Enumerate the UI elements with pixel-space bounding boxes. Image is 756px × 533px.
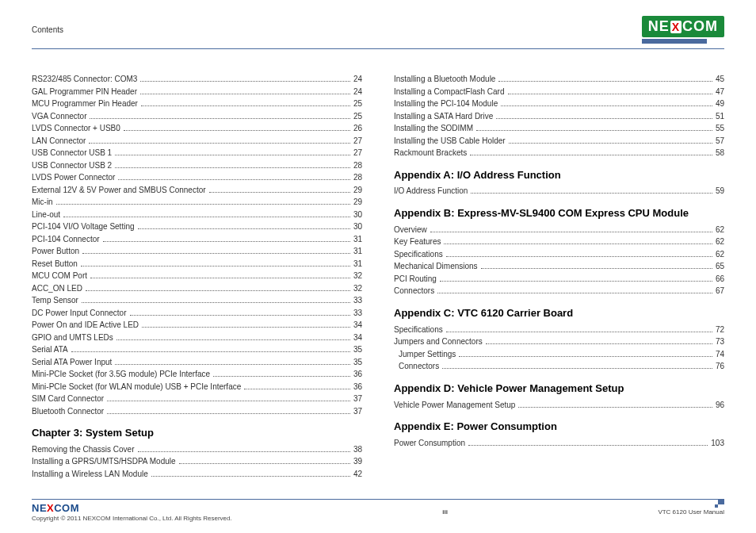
toc-entry: Specifications62 <box>394 248 724 261</box>
toc-entry-page: 28 <box>352 159 362 172</box>
toc-entry: Installing a Wireless LAN Module42 <box>32 468 362 481</box>
toc-entry-title: Installing a GPRS/UMTS/HSDPA Module <box>32 455 178 468</box>
toc-entry-title: Bluetooth Connector <box>32 405 105 418</box>
toc-dots <box>124 125 350 132</box>
toc-entry: Serial ATA Power Input35 <box>32 356 362 369</box>
toc-entry: Mechanical Dimensions65 <box>394 260 724 273</box>
toc-dots <box>86 284 350 291</box>
toc-dots <box>446 325 712 332</box>
toc-entry-title: Installing a Bluetooth Module <box>394 73 497 86</box>
toc-dots <box>130 309 350 316</box>
toc-entry-page: 35 <box>352 343 362 356</box>
toc-dots <box>481 263 712 270</box>
toc-dots <box>486 338 712 345</box>
page-number: iii <box>442 508 448 516</box>
toc-entry: LAN Connector27 <box>32 135 362 148</box>
section-heading: Appendix E: Power Consumption <box>394 420 724 434</box>
toc-entry-page: 29 <box>352 184 362 197</box>
doc-title: VTC 6120 User Manual <box>658 508 724 516</box>
toc-entry-title: Serial ATA Power Input <box>32 356 113 369</box>
toc-entry-title: DC Power Input Connector <box>32 307 128 320</box>
toc-entry-page: 58 <box>714 147 724 159</box>
toc-entry: Installing the USB Cable Holder57 <box>394 135 724 148</box>
toc-entry-title: Reset Button <box>32 258 79 270</box>
toc-entry: Rackmount Brackets58 <box>394 147 724 159</box>
toc-dots <box>471 187 712 194</box>
toc-dots <box>151 470 350 477</box>
toc-entry-page: 45 <box>714 73 724 86</box>
toc-entry-title: Specifications <box>394 324 445 336</box>
toc-dots <box>468 439 708 446</box>
toc-entry-title: Installing the USB Cable Holder <box>394 135 507 148</box>
toc-dots <box>118 174 349 181</box>
toc-entry-page: 76 <box>714 360 724 373</box>
toc-entry: Installing a SATA Hard Drive51 <box>394 110 724 123</box>
toc-entry-title: Power On and IDE Active LED <box>32 319 140 332</box>
toc-entry-page: 31 <box>352 258 362 270</box>
toc-entry: Specifications72 <box>394 324 724 336</box>
toc-dots <box>209 186 350 193</box>
toc-entry: Power On and IDE Active LED34 <box>32 319 362 332</box>
toc-entry: Reset Button31 <box>32 258 362 270</box>
toc-entry-title: Installing the SODIMM <box>394 122 475 135</box>
toc-entry-title: I/O Address Function <box>394 185 469 197</box>
toc-entry: GPIO and UMTS LEDs34 <box>32 332 362 344</box>
toc-dots <box>89 136 350 144</box>
toc-dots <box>501 100 712 107</box>
footer-left: NEXCOM Copyright © 2011 NEXCOM Internati… <box>32 502 232 522</box>
toc-entry-title: Specifications <box>394 248 445 261</box>
toc-entry-title: Removing the Chassis Cover <box>32 443 136 456</box>
toc-entry-page: 30 <box>352 220 362 233</box>
toc-entry: ACC_ON LED32 <box>32 282 362 295</box>
toc-entry-page: 27 <box>352 147 362 159</box>
logo-underline <box>642 39 707 44</box>
toc-entry: Installing the SODIMM55 <box>394 122 724 135</box>
toc-dots <box>437 287 712 294</box>
toc-entry-page: 37 <box>352 393 362 405</box>
toc-entry-title: Key Features <box>394 236 442 248</box>
toc-entry: GAL Programmer PIN Header24 <box>32 86 362 98</box>
toc-dots <box>140 87 350 94</box>
toc-dots <box>244 382 350 389</box>
logo-text-right: COM <box>682 18 718 35</box>
footer-logo: NEXCOM <box>32 502 232 514</box>
toc-entry-title: PCI-104 VI/O Voltage Setting <box>32 220 136 233</box>
toc-entry-title: Jumpers and Connectors <box>394 336 484 348</box>
toc-entry-title: Overview <box>394 224 429 236</box>
logo-x-icon: X <box>670 21 682 33</box>
toc-entry: Installing a Bluetooth Module45 <box>394 73 724 86</box>
toc-dots <box>440 274 712 282</box>
toc-dots <box>518 401 712 408</box>
toc-entry-page: 31 <box>352 233 362 246</box>
toc-entry: Connectors76 <box>394 360 724 373</box>
toc-dots <box>442 362 712 370</box>
toc-entry-page: 72 <box>714 324 724 336</box>
toc-entry-page: 103 <box>709 437 724 450</box>
toc-entry-page: 42 <box>352 468 362 481</box>
toc-entry-title: Mic-in <box>32 196 55 209</box>
toc-entry-title: GAL Programmer PIN Header <box>32 86 139 98</box>
toc-entry-title: Temp Sensor <box>32 294 80 307</box>
toc-entry-title: VGA Connector <box>32 110 88 123</box>
toc-entry-page: 25 <box>352 110 362 123</box>
toc-entry-title: Installing a Wireless LAN Module <box>32 468 150 481</box>
section-heading: Appendix B: Express-MV-SL9400 COM Expres… <box>394 207 724 220</box>
toc-right-column: Installing a Bluetooth Module45Installin… <box>394 73 724 480</box>
toc-entry-page: 25 <box>352 98 362 110</box>
toc-entry: MCU Programmer Pin Header25 <box>32 98 362 110</box>
toc-entry-page: 30 <box>352 209 362 221</box>
toc-dots <box>476 125 712 132</box>
toc-entry: MCU COM Port32 <box>32 270 362 282</box>
toc-dots <box>470 149 712 156</box>
toc-dots <box>81 259 350 266</box>
page-header: Contents NE X COM <box>32 16 724 49</box>
toc-entry: Key Features62 <box>394 236 724 248</box>
toc-entry: Power Consumption103 <box>394 437 724 450</box>
toc-dots <box>103 235 350 242</box>
toc-entry-page: 36 <box>352 368 362 381</box>
header-section-label: Contents <box>32 25 63 34</box>
toc-entry-page: 28 <box>352 171 362 184</box>
toc-entry-page: 32 <box>352 282 362 295</box>
page-footer: NEXCOM Copyright © 2011 NEXCOM Internati… <box>32 499 724 522</box>
toc-entry: Installing a CompactFlash Card47 <box>394 86 724 98</box>
